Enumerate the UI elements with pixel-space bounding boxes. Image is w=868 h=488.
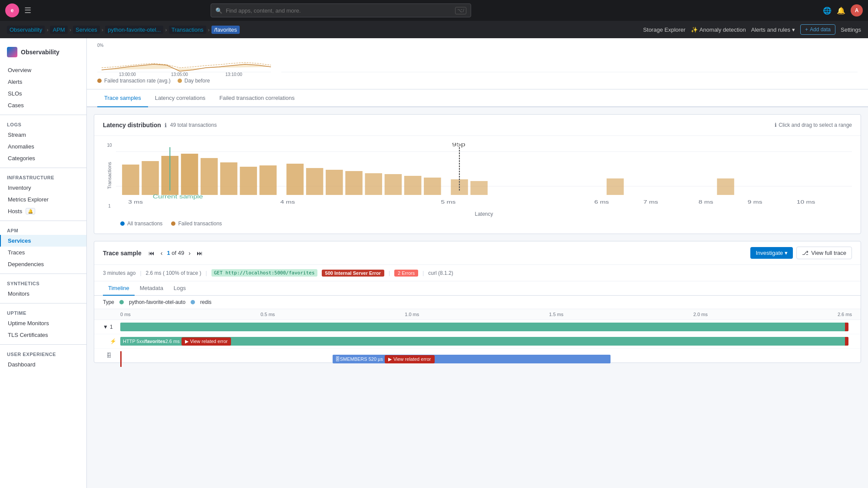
divider-5 (0, 303, 86, 303)
main-tabs: Trace samples Latency correlations Faile… (87, 89, 868, 107)
ruler-1-0ms: 1.0 ms (405, 312, 419, 317)
tab-logs[interactable]: Logs (168, 281, 191, 296)
trace-timestamp: 3 minutes ago (103, 270, 135, 276)
histogram-legend: All transactions Failed transactions (112, 217, 861, 234)
sidebar-item-overview[interactable]: Overview (0, 64, 86, 76)
topbar-right: 🌐 🔔 A (823, 4, 863, 16)
svg-rect-15 (201, 158, 218, 195)
search-input[interactable] (226, 7, 452, 14)
breadcrumb-transactions[interactable]: Transactions (169, 26, 206, 34)
row-label-1: ▼ 1 (103, 324, 120, 330)
x-axis-label: Latency (116, 211, 852, 217)
sidebar-item-categories[interactable]: Categories (0, 152, 86, 164)
sidebar-item-dependencies[interactable]: Dependencies (0, 258, 86, 270)
sidebar-item-stream[interactable]: Stream (0, 129, 86, 141)
trace-duration: 2.6 ms ( 100% of trace ) (146, 270, 201, 276)
chart-legend: Failed transaction rate (avg.) Day befor… (97, 78, 271, 86)
avatar[interactable]: A (851, 4, 863, 16)
globe-icon[interactable]: 🌐 (823, 7, 832, 15)
layout: Observability Overview Alerts SLOs Cases… (0, 38, 868, 488)
latency-distribution-panel: Latency distribution ℹ 49 total transact… (94, 114, 861, 234)
db-icon-2: 🗄 (335, 356, 340, 362)
breadcrumb-sep-2: › (69, 26, 71, 33)
sidebar-item-monitors[interactable]: Monitors (0, 288, 86, 300)
svg-marker-4 (102, 64, 271, 71)
histogram-chart[interactable]: 95p Current sample 3 ms 4 ms 5 ms 6 ms 7… (116, 143, 852, 217)
breadcrumb-sep-4: › (165, 26, 167, 33)
sidebar-item-inventory[interactable]: Inventory (0, 182, 86, 194)
sidebar-item-traces[interactable]: Traces (0, 247, 86, 258)
breadcrumb-observability[interactable]: Observability (7, 26, 45, 34)
ruler-0-5ms: 0.5 ms (261, 312, 275, 317)
settings-link[interactable]: Settings (841, 26, 861, 33)
svg-text:10 ms: 10 ms (797, 199, 815, 204)
ruler-1-5ms: 1.5 ms (549, 312, 563, 317)
svg-rect-18 (260, 165, 277, 195)
anomaly-detection-link[interactable]: ✨ Anomaly detection (691, 26, 746, 33)
expand-icon-1[interactable]: ▼ (103, 324, 108, 330)
timeline-row-1: ▼ 1 (94, 320, 861, 334)
sidebar-item-uptime-monitors[interactable]: Uptime Monitors (0, 317, 86, 329)
sep-4: | (422, 270, 424, 276)
first-page-button[interactable]: ⏮ (147, 249, 156, 257)
tl-bar-1 (120, 323, 848, 331)
chevron-down-icon: ▾ (792, 26, 795, 33)
breadcrumb-service-name[interactable]: python-favorite-otel... (105, 26, 163, 34)
add-data-button[interactable]: + Add data (800, 24, 835, 35)
view-related-error-http-btn[interactable]: ▶ View related error (182, 337, 231, 346)
search-bar[interactable]: 🔍 ⌥/ (211, 3, 471, 17)
breadcrumb-actions: Storage Explorer ✨ Anomaly detection Ale… (643, 24, 861, 35)
apm-section-label: APM (0, 224, 86, 235)
sidebar-item-hosts[interactable]: Hosts 🔔 (0, 205, 86, 217)
breadcrumb-favorites[interactable]: /favorites (211, 26, 240, 34)
prev-page-button[interactable]: ‹ (159, 249, 165, 257)
y-axis-label: Transactions (107, 162, 112, 189)
timeline-row-http: ⚡ HTTP 5xx /favorites 2.6 ms ▶ View rela… (94, 334, 861, 349)
sidebar-item-services[interactable]: Services (0, 235, 86, 247)
right-chart-placeholder (281, 42, 858, 86)
failed-rate-svg: 0% 13:00:00 13:05:00 13:10:00 (97, 42, 271, 76)
tab-timeline[interactable]: Timeline (103, 281, 135, 296)
tab-trace-samples[interactable]: Trace samples (97, 89, 148, 107)
sidebar-item-alerts[interactable]: Alerts (0, 76, 86, 88)
alerts-rules-link[interactable]: Alerts and rules ▾ (751, 26, 795, 33)
storage-explorer-link[interactable]: Storage Explorer (643, 26, 686, 33)
search-shortcut: ⌥/ (455, 7, 466, 14)
row-bar-area-1 (120, 323, 852, 331)
trace-page-info: 1 of 49 (167, 250, 184, 256)
breadcrumb-services[interactable]: Services (73, 26, 100, 34)
svg-rect-19 (287, 164, 304, 195)
view-full-trace-button[interactable]: ⎇ View full trace (796, 247, 852, 259)
tab-failed-correlations[interactable]: Failed transaction correlations (212, 89, 301, 107)
sidebar-item-metrics-explorer[interactable]: Metrics Explorer (0, 194, 86, 205)
sidebar-item-cases[interactable]: Cases (0, 99, 86, 111)
tab-latency-correlations[interactable]: Latency correlations (148, 89, 212, 107)
trace-sample-section: Trace sample ⏮ ‹ 1 of 49 › ⏭ (94, 241, 861, 363)
breadcrumb-sep-1: › (46, 26, 48, 33)
tl-bar-http: HTTP 5xx /favorites 2.6 ms ▶ View relate… (120, 337, 848, 346)
info-icon[interactable]: ℹ (165, 122, 167, 129)
hamburger-icon[interactable]: ☰ (23, 4, 33, 17)
sidebar-item-tls-certs[interactable]: TLS Certificates (0, 329, 86, 341)
last-page-button[interactable]: ⏭ (195, 249, 205, 257)
next-page-button[interactable]: › (187, 249, 192, 257)
bell-icon[interactable]: 🔔 (837, 7, 845, 15)
ruler-2-0ms: 2.0 ms (693, 312, 708, 317)
svg-rect-25 (404, 176, 422, 195)
sidebar-item-anomalies[interactable]: Anomalies (0, 141, 86, 152)
trace-sample-title: Trace sample (103, 250, 142, 257)
svg-rect-28 (470, 181, 488, 195)
investigate-button[interactable]: Investigate ▾ (750, 247, 793, 259)
svg-text:95p: 95p (452, 143, 465, 147)
db-icon: 🗄 (106, 353, 112, 359)
panel-hint: ℹ Click and drag to select a range (775, 122, 852, 128)
view-related-error-smembers-btn[interactable]: ▶ View related error (385, 355, 435, 363)
legend-dot-failed (97, 79, 102, 83)
breadcrumb-apm[interactable]: APM (50, 26, 67, 34)
trace-navigation: ⏮ ‹ 1 of 49 › ⏭ (147, 249, 205, 257)
sidebar-item-dashboard[interactable]: Dashboard (0, 359, 86, 370)
tab-metadata[interactable]: Metadata (135, 281, 168, 296)
type-redis-label: redis (200, 299, 211, 305)
sidebar-item-slos[interactable]: SLOs (0, 88, 86, 99)
breadcrumb-sep-5: › (208, 26, 210, 33)
